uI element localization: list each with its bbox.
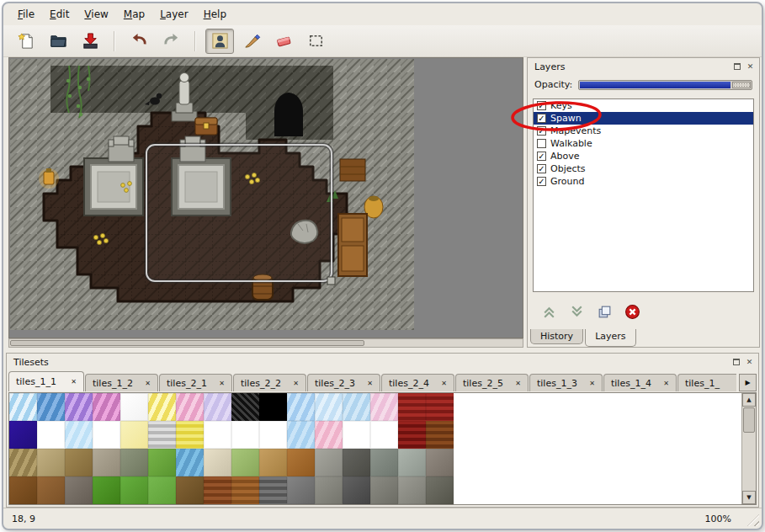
palette-vscrollbar[interactable]: ▲ ▼ — [741, 393, 756, 504]
menu-file[interactable]: File — [10, 5, 42, 24]
palette-tile-1-9[interactable] — [259, 421, 287, 449]
palette-tile-1-4[interactable] — [120, 421, 148, 449]
tileset-tab-tiles_2_2[interactable]: tiles_2_2✕ — [233, 374, 306, 391]
palette-tile-0-9[interactable] — [259, 393, 287, 421]
layer-row-spawn[interactable]: ✓Spawn — [534, 112, 753, 125]
scroll-up-button[interactable]: ▲ — [742, 393, 756, 407]
palette-tile-0-8[interactable] — [231, 393, 259, 421]
tileset-tab-tiles_2_4[interactable]: tiles_2_4✕ — [381, 374, 454, 391]
move-up-button[interactable] — [539, 302, 558, 321]
tab-history[interactable]: History — [530, 329, 583, 344]
tileset-tab-tiles_1_2[interactable]: tiles_1_2✕ — [85, 374, 158, 391]
palette-tile-3-9[interactable] — [259, 476, 287, 504]
palette-tile-1-11[interactable] — [315, 421, 343, 449]
palette-tile-3-12[interactable] — [343, 476, 370, 504]
scroll-down-button[interactable]: ▼ — [742, 491, 756, 504]
palette-tile-1-2[interactable] — [65, 421, 93, 449]
move-down-button[interactable] — [567, 302, 586, 321]
tab-close-icon[interactable]: ✕ — [367, 380, 373, 387]
tab-close-icon[interactable]: ✕ — [71, 378, 77, 386]
palette-tile-2-6[interactable] — [176, 449, 204, 476]
tab-close-icon[interactable]: ✕ — [293, 380, 299, 387]
palette-tile-2-1[interactable] — [37, 449, 65, 476]
palette-tile-3-3[interactable] — [93, 476, 120, 504]
palette-tile-2-0[interactable] — [9, 449, 37, 476]
menu-layer[interactable]: Layer — [152, 5, 195, 24]
layer-list[interactable]: ✓Keys✓Spawn✓MapeventsWalkable✓Above✓Obje… — [533, 98, 754, 292]
palette-tile-2-2[interactable] — [65, 449, 93, 476]
palette-tile-1-12[interactable] — [343, 421, 370, 449]
tileset-tab-tiles_2_5[interactable]: tiles_2_5✕ — [455, 374, 529, 391]
palette-tile-1-7[interactable] — [204, 421, 231, 449]
palette-tile-3-1[interactable] — [37, 476, 65, 504]
scroll-thumb[interactable] — [743, 407, 755, 433]
palette-tile-0-10[interactable] — [287, 393, 315, 421]
palette-tile-2-13[interactable] — [370, 449, 398, 476]
panel-float-button[interactable] — [731, 61, 742, 72]
palette-tile-2-8[interactable] — [231, 449, 259, 476]
palette-tile-0-15[interactable] — [426, 393, 454, 421]
tab-scroll-right-button[interactable]: ▶ — [739, 374, 757, 391]
palette-tile-3-0[interactable] — [9, 476, 37, 504]
layer-row-objects[interactable]: ✓Objects — [534, 162, 753, 175]
palette-tile-2-11[interactable] — [315, 449, 343, 476]
palette-tile-1-13[interactable] — [370, 421, 398, 449]
tileset-tab-tiles_1_4[interactable]: tiles_1_4✕ — [603, 374, 677, 391]
layer-row-ground[interactable]: ✓Ground — [534, 175, 753, 188]
tab-close-icon[interactable]: ✕ — [663, 380, 669, 387]
palette-tile-0-11[interactable] — [315, 393, 343, 421]
palette-tile-1-15[interactable] — [426, 421, 454, 449]
palette-tile-3-2[interactable] — [65, 476, 93, 504]
panel-float-button[interactable] — [730, 357, 741, 368]
layer-checkbox-ground[interactable]: ✓ — [537, 177, 546, 186]
tab-close-icon[interactable]: ✕ — [145, 380, 151, 387]
palette-tile-3-13[interactable] — [370, 476, 398, 504]
menu-view[interactable]: View — [77, 5, 115, 24]
layer-row-keys[interactable]: ✓Keys — [534, 99, 753, 112]
palette-tile-2-14[interactable] — [398, 449, 426, 476]
redo-button[interactable] — [157, 29, 185, 54]
palette-tile-3-7[interactable] — [204, 476, 231, 504]
palette-tile-1-0[interactable] — [9, 421, 37, 449]
layer-row-walkable[interactable]: Walkable — [534, 137, 753, 150]
map-hscrollbar-thumb[interactable] — [10, 340, 364, 346]
palette-tile-3-11[interactable] — [315, 476, 343, 504]
palette-tile-0-5[interactable] — [148, 393, 176, 421]
palette-tile-0-0[interactable] — [9, 393, 37, 421]
palette-tile-0-12[interactable] — [343, 393, 370, 421]
map-canvas-area[interactable] — [8, 57, 523, 338]
menu-map[interactable]: Map — [116, 5, 152, 24]
map-canvas[interactable] — [10, 59, 414, 330]
selection-rectangle[interactable] — [146, 145, 335, 285]
layer-checkbox-spawn[interactable]: ✓ — [537, 114, 546, 123]
tileset-tab-tiles_2_3[interactable]: tiles_2_3✕ — [307, 374, 380, 391]
menu-edit[interactable]: Edit — [42, 5, 77, 24]
layer-row-mapevents[interactable]: ✓Mapevents — [534, 125, 753, 137]
palette-tile-3-15[interactable] — [426, 476, 454, 504]
delete-button[interactable] — [623, 302, 641, 321]
tab-layers[interactable]: Layers — [585, 329, 635, 347]
layer-row-above[interactable]: ✓Above — [534, 150, 753, 162]
tab-close-icon[interactable]: ✕ — [515, 380, 521, 387]
palette-tile-3-14[interactable] — [398, 476, 426, 504]
tab-close-icon[interactable]: ✕ — [589, 380, 595, 387]
palette-tile-0-2[interactable] — [65, 393, 93, 421]
palette-tile-2-7[interactable] — [204, 449, 231, 476]
palette-tile-3-5[interactable] — [148, 476, 176, 504]
layer-checkbox-walkable[interactable] — [537, 139, 546, 148]
map-hscrollbar[interactable] — [8, 338, 523, 348]
palette-tile-0-13[interactable] — [370, 393, 398, 421]
palette-tile-3-10[interactable] — [287, 476, 315, 504]
brush-button[interactable] — [237, 29, 266, 54]
palette-tile-1-10[interactable] — [287, 421, 315, 449]
select-button[interactable] — [301, 29, 330, 54]
palette-tile-2-10[interactable] — [287, 449, 315, 476]
tab-close-icon[interactable]: ✕ — [219, 380, 225, 387]
palette-tile-2-5[interactable] — [148, 449, 176, 476]
palette-tile-1-14[interactable] — [398, 421, 426, 449]
palette-tile-0-14[interactable] — [398, 393, 426, 421]
eraser-button[interactable] — [269, 29, 298, 54]
tileset-tab-tiles_2_1[interactable]: tiles_2_1✕ — [159, 374, 232, 391]
layer-checkbox-mapevents[interactable]: ✓ — [537, 126, 546, 136]
opacity-slider[interactable] — [578, 80, 752, 90]
